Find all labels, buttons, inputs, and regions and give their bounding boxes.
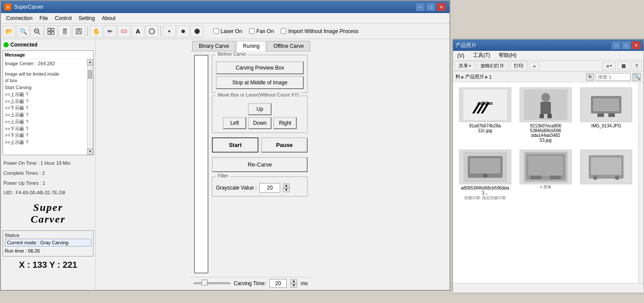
explorer-menu-help[interactable]: 帮助(H) xyxy=(496,51,519,60)
message-line-11: >>下示蔽 ? xyxy=(5,132,86,139)
tab-offline-carve[interactable]: Offline Carve xyxy=(267,41,310,51)
carving-preview-button[interactable]: Carving Preview Box xyxy=(216,61,304,74)
explorer-close-button[interactable]: ✕ xyxy=(631,41,641,50)
explorer-view-toggle[interactable]: ≡ ▾ xyxy=(602,62,615,70)
start-button[interactable]: Start xyxy=(212,137,258,153)
thumbnail-machine1[interactable]: IMG_0134.JPG xyxy=(578,86,635,144)
svg-rect-44 xyxy=(550,176,561,179)
explorer-status xyxy=(453,283,644,293)
slider-track[interactable] xyxy=(194,283,230,284)
tab-binary-carve[interactable]: Binary Carve xyxy=(192,41,235,51)
fan-on-checkbox[interactable] xyxy=(249,28,255,34)
explorer-more-button[interactable]: » xyxy=(529,62,540,70)
svg-line-1 xyxy=(38,33,40,34)
explorer-menu: (V) 工具(T) 帮助(H) xyxy=(453,51,644,60)
message-scrollbar[interactable]: ▲ ▼ xyxy=(87,59,93,155)
nav-path: 料 ▶ 产品照片 ▶ 1 xyxy=(456,73,584,80)
thumb-img-woman xyxy=(520,87,572,122)
svg-rect-12 xyxy=(77,29,80,31)
save-button[interactable] xyxy=(72,25,85,37)
info-section: Power On Time : 1 Hour 19 Min Complete T… xyxy=(3,159,94,198)
time-spin-down[interactable]: ▼ xyxy=(290,283,297,288)
spin-up-button[interactable]: ▲ xyxy=(283,183,290,188)
dot-lg-button[interactable] xyxy=(191,25,204,37)
zoom-in-button[interactable]: 🔍 xyxy=(17,25,30,37)
message-label: Message xyxy=(3,51,93,59)
left-button[interactable]: Left xyxy=(223,117,246,129)
minimize-button[interactable]: ─ xyxy=(416,3,425,11)
explorer-slideshow-button[interactable]: 放映幻灯片 xyxy=(476,61,508,70)
message-line-10: >>下示蔽 ? xyxy=(5,126,86,133)
thumbnail-woman[interactable]: 9213b07eca80653846d68cb596dda144ad348253… xyxy=(517,86,574,144)
svg-rect-29 xyxy=(540,114,544,118)
svg-point-48 xyxy=(593,176,597,180)
explorer-minimize-button[interactable]: ─ xyxy=(611,41,621,50)
laser-on-checkbox-label[interactable]: Laser On xyxy=(213,28,242,34)
app-icon: S xyxy=(4,3,11,10)
menu-about[interactable]: About xyxy=(98,14,119,22)
delete-button[interactable] xyxy=(58,25,71,37)
explorer-menu-tools[interactable]: 工具(T) xyxy=(470,51,493,60)
zoom-out-button[interactable] xyxy=(30,25,44,37)
menu-file[interactable]: File xyxy=(36,14,51,22)
close-button[interactable]: ✕ xyxy=(436,3,446,11)
scroll-up-arrow[interactable]: ▲ xyxy=(87,59,93,65)
app-title: SuperCarver xyxy=(14,4,416,10)
explorer-scrollbar[interactable] xyxy=(638,82,644,283)
thumbnail-machine4[interactable] xyxy=(578,148,635,203)
hand-button[interactable]: ✋ xyxy=(90,25,103,37)
pause-button[interactable]: Pause xyxy=(261,137,308,153)
thumbnail-machine3[interactable]: 6 图像 xyxy=(517,148,574,203)
text-button[interactable]: A xyxy=(131,25,144,37)
tab-runing[interactable]: Runing xyxy=(236,41,266,51)
maximize-button[interactable]: □ xyxy=(426,3,436,11)
menu-connection[interactable]: Connection xyxy=(3,14,36,22)
scroll-thumb[interactable] xyxy=(88,70,92,79)
square-sm-button[interactable] xyxy=(163,25,176,37)
menu-control[interactable]: Control xyxy=(51,14,75,22)
thumbnail-adidas[interactable]: adidas 81a87b674b28a12c.jpg xyxy=(456,86,513,144)
carving-time-input[interactable] xyxy=(269,279,287,288)
time-spinner: ▲ ▼ xyxy=(290,279,297,288)
thumb-sub-machine3: 6 图像 xyxy=(540,184,551,190)
right-button[interactable]: Right xyxy=(273,117,297,129)
import-checkbox[interactable] xyxy=(281,28,286,34)
explorer-menu-v[interactable]: (V) xyxy=(455,52,467,60)
fan-on-checkbox-label[interactable]: Fan On xyxy=(249,28,274,34)
explorer-layout-button[interactable]: ▦ xyxy=(617,62,630,70)
logo-section: Super Carver xyxy=(3,198,94,229)
fit-button[interactable] xyxy=(44,25,57,37)
scroll-down-arrow[interactable]: ▼ xyxy=(87,149,93,155)
svg-rect-33 xyxy=(593,98,619,111)
time-spin-up[interactable]: ▲ xyxy=(290,279,297,283)
down-button[interactable]: Down xyxy=(248,117,272,129)
import-checkbox-label[interactable]: Import Without Image Process xyxy=(281,28,358,34)
grayscale-input[interactable] xyxy=(259,183,280,193)
explorer-share-button[interactable]: 共享 ▾ xyxy=(455,61,475,70)
menu-setting[interactable]: Setting xyxy=(75,14,98,22)
spin-down-button[interactable]: ▼ xyxy=(283,188,290,192)
stop-middle-button[interactable]: Stop at Middle of Image xyxy=(216,76,304,89)
thumbnail-machine2[interactable]: a80653846d68cb596dda1... 拍摄日期: 指定拍摄日期 xyxy=(456,148,513,203)
dot-md-button[interactable] xyxy=(177,25,190,37)
nav-search-input[interactable] xyxy=(596,73,631,81)
eraser-button[interactable] xyxy=(117,25,131,37)
nav-refresh-button[interactable]: ↻ xyxy=(586,73,594,81)
explorer-maximize-button[interactable]: □ xyxy=(621,41,631,50)
before-carve-group: Before Carve Carving Preview Box Stop at… xyxy=(212,55,308,93)
explorer-print-button[interactable]: 打印 xyxy=(510,61,527,70)
recarve-button[interactable]: Re-Carve xyxy=(212,157,308,172)
message-line-8: >>上示蔽 ? xyxy=(5,112,86,119)
nav-search-button[interactable]: 🔍 xyxy=(632,73,641,81)
explorer-help-btn[interactable]: ? xyxy=(631,62,642,70)
explorer-nav: 料 ▶ 产品照片 ▶ 1 ↻ 🔍 xyxy=(453,72,644,82)
circle-button[interactable] xyxy=(145,25,158,37)
up-button[interactable]: Up xyxy=(248,103,272,115)
slider-thumb[interactable] xyxy=(201,280,208,286)
pencil-button[interactable]: ✏ xyxy=(104,25,117,37)
thumb-label-adidas: 81a87b674b28a12c.jpg xyxy=(470,123,501,133)
nav-path-3: 1 xyxy=(489,74,492,80)
laser-on-checkbox[interactable] xyxy=(213,28,219,34)
svg-rect-6 xyxy=(51,32,54,34)
open-button[interactable]: 📂 xyxy=(3,25,16,37)
